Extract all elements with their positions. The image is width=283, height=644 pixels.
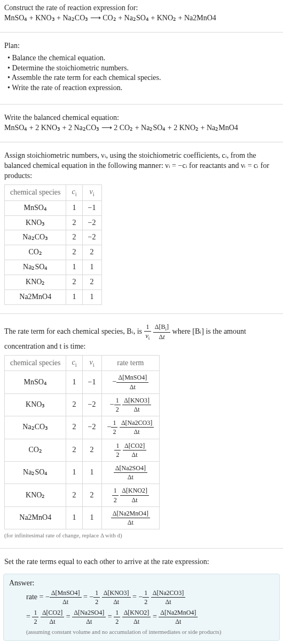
table-row: Na₂CO₃2−2 [5,230,102,245]
divider [0,142,283,142]
cell-species: Na2MnO4 [5,290,66,305]
cell-vi: 1 [82,260,101,275]
cell-ci: 2 [66,245,82,260]
cell-ci: 1 [66,260,82,275]
cell-species: MnSO₄ [5,200,66,215]
cell-vi: 2 [82,245,101,260]
cell-species: Na₂CO₃ [5,416,66,439]
cell-rate-term: Δ[Na2MnO4]Δt [101,506,160,529]
neg-sign: − [138,593,143,601]
table-row: Na₂SO₄ 1 1 Δ[Na2SO4]Δt [5,461,160,484]
cell-species: MnSO₄ [5,371,66,393]
table-header-row: chemical species ci νi [5,184,102,200]
col-header-vi: νi [82,184,101,200]
table-row: KNO₃2−2 [5,215,102,230]
balanced-equation: MnSO₄ + 2 KNO₃ + 2 Na₂CO₃ ⟶ 2 CO₂ + Na₂S… [4,123,279,133]
cell-vi: 1 [82,461,101,484]
stoich-table: chemical species ci νi MnSO₄1−1 KNO₃2−2 … [4,184,102,305]
neg-sign: − [89,593,93,601]
cell-species: Na₂CO₃ [5,230,66,245]
stoich-heading: Assign stoichiometric numbers, νᵢ, using… [4,151,279,181]
cell-vi: −1 [82,200,101,215]
col-header-vi: νi [82,355,101,371]
cell-species: KNO₃ [5,393,66,416]
divider [0,104,283,104]
table-row: CO₂ 2 2 12 Δ[CO2]Δt [5,439,160,461]
cell-vi: −2 [82,416,101,439]
table-header-row: chemical species ci νi rate term [5,355,160,371]
cell-rate-term: −12 Δ[Na2CO3]Δt [101,416,160,439]
cell-vi: −1 [82,371,101,393]
neg-sign: − [107,423,112,431]
cell-ci: 1 [66,371,82,393]
cell-vi: 1 [82,290,101,305]
col-header-rate: rate term [101,355,160,371]
cell-species: KNO₃ [5,215,66,230]
table-row: MnSO₄ 1 −1 −Δ[MnSO4]Δt [5,371,160,393]
cell-ci: 2 [66,275,82,290]
cell-rate-term: −Δ[MnSO4]Δt [101,371,160,393]
balanced-heading: Write the balanced chemical equation: [4,113,279,123]
cell-ci: 1 [66,461,82,484]
table-row: Na2MnO411 [5,290,102,305]
cell-species: Na₂SO₄ [5,461,66,484]
cell-rate-term: −12 Δ[KNO3]Δt [101,393,160,416]
table-row: KNO₂ 2 2 12 Δ[KNO2]Δt [5,484,160,506]
cell-ci: 2 [66,416,82,439]
prompt-heading: Construct the rate of reaction expressio… [4,3,279,13]
answer-box: Answer: rate = −Δ[MnSO4]Δt = −12 Δ[KNO3]… [3,574,280,641]
col-header-species: chemical species [5,355,66,371]
cell-species: CO₂ [5,245,66,260]
table-row: KNO₃ 2 −2 −12 Δ[KNO3]Δt [5,393,160,416]
cell-species: CO₂ [5,439,66,461]
plan-item: Assemble the rate term for each chemical… [7,73,279,83]
cell-ci: 2 [66,484,82,506]
cell-vi: −2 [82,230,101,245]
cell-rate-term: 12 Δ[KNO2]Δt [101,484,160,506]
table-row: KNO₂22 [5,275,102,290]
answer-label: Answer: [9,578,274,589]
cell-ci: 1 [66,506,82,529]
cell-ci: 2 [66,215,82,230]
unbalanced-equation: MnSO₄ + KNO₃ + Na₂CO₃ ⟶ CO₂ + Na₂SO₄ + K… [4,13,279,23]
cell-vi: 2 [82,484,101,506]
cell-species: Na₂SO₄ [5,260,66,275]
plan-heading: Plan: [4,41,279,51]
table-row: Na2MnO4 1 1 Δ[Na2MnO4]Δt [5,506,160,529]
col-header-ci: ci [66,184,82,200]
divider [0,32,283,33]
col-header-species: chemical species [5,184,66,200]
answer-equation-line2: = 12 Δ[CO2]Δt = Δ[Na2SO4]Δt = 12 Δ[KNO2]… [26,608,274,626]
cell-rate-term: Δ[Na2SO4]Δt [101,461,160,484]
rateterm-formula: 1νi Δ[Bi]Δt [144,327,172,335]
cell-vi: 1 [82,506,101,529]
cell-ci: 2 [66,439,82,461]
cell-ci: 1 [66,200,82,215]
plan-item: Determine the stoichiometric numbers. [7,63,279,74]
divider [0,313,283,314]
rateterm-table: chemical species ci νi rate term MnSO₄ 1… [4,355,160,530]
table-row: MnSO₄1−1 [5,200,102,215]
col-header-ci: ci [66,355,82,371]
plan-list: Balance the chemical equation. Determine… [4,53,279,94]
table-row: CO₂22 [5,245,102,260]
cell-species: KNO₂ [5,484,66,506]
cell-rate-term: 12 Δ[CO2]Δt [101,439,160,461]
cell-species: Na2MnO4 [5,506,66,529]
cell-species: KNO₂ [5,275,66,290]
plan-item: Write the rate of reaction expression. [7,83,279,93]
cell-ci: 1 [66,290,82,305]
table-row: Na₂CO₃ 2 −2 −12 Δ[Na2CO3]Δt [5,416,160,439]
plan-item: Balance the chemical equation. [7,53,279,63]
cell-vi: −2 [82,393,101,416]
cell-ci: 2 [66,230,82,245]
cell-vi: 2 [82,439,101,461]
divider [0,548,283,549]
cell-vi: −2 [82,215,101,230]
answer-assumption: (assuming constant volume and no accumul… [26,628,274,636]
conclusion-line: Set the rate terms equal to each other t… [0,554,283,570]
cell-vi: 2 [82,275,101,290]
neg-sign: − [113,377,117,385]
answer-equation-line1: rate = −Δ[MnSO4]Δt = −12 Δ[KNO3]Δt = −12… [26,589,274,606]
rateterm-intro-pre: The rate term for each chemical species,… [4,327,144,335]
